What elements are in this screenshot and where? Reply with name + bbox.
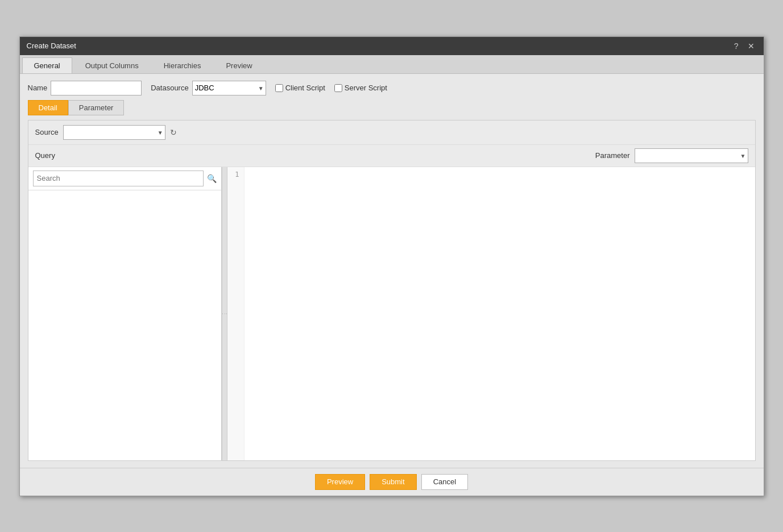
right-panel: 1 <box>227 167 755 460</box>
tab-output-columns[interactable]: Output Columns <box>73 57 151 73</box>
parameter-label: Parameter <box>595 151 630 160</box>
title-bar: Create Dataset ? ✕ <box>20 37 764 55</box>
param-select-wrapper: ▼ <box>635 148 748 163</box>
tab-preview[interactable]: Preview <box>214 57 264 73</box>
line-numbers: 1 <box>227 167 245 460</box>
refresh-icon[interactable]: ↻ <box>170 128 177 137</box>
tab-row: General Output Columns Hierarchies Previ… <box>20 55 764 74</box>
code-editor[interactable] <box>245 167 755 460</box>
tab-hierarchies[interactable]: Hierarchies <box>152 57 213 73</box>
content-area: Name Datasource JDBC REST CSV ▼ Client S… <box>20 74 764 468</box>
search-input[interactable] <box>33 171 204 186</box>
cancel-button[interactable]: Cancel <box>421 474 468 490</box>
sub-tabs: Detail Parameter <box>28 100 756 115</box>
close-button[interactable]: ✕ <box>745 41 757 51</box>
help-button[interactable]: ? <box>732 41 741 51</box>
create-dataset-dialog: Create Dataset ? ✕ General Output Column… <box>19 36 764 496</box>
main-panel: Source ▼ ↻ Query Parameter ▼ <box>28 120 756 461</box>
query-label: Query <box>35 151 58 160</box>
search-icon: 🔍 <box>207 174 217 183</box>
source-select[interactable] <box>63 125 165 140</box>
editor-area: 1 <box>227 167 755 460</box>
server-script-group: Server Script <box>334 84 387 92</box>
name-field-group: Name <box>28 81 142 95</box>
query-row: Query Parameter ▼ <box>28 145 755 167</box>
panel-divider[interactable]: ⋮ <box>222 167 227 460</box>
left-content-area <box>28 190 221 460</box>
footer: Preview Submit Cancel <box>20 468 764 496</box>
line-number-1: 1 <box>232 171 239 178</box>
preview-button[interactable]: Preview <box>315 474 365 490</box>
client-script-checkbox[interactable] <box>275 84 283 92</box>
top-row: Name Datasource JDBC REST CSV ▼ Client S… <box>28 81 756 95</box>
search-box: 🔍 <box>28 167 221 190</box>
server-script-label: Server Script <box>345 84 387 92</box>
left-panel: 🔍 <box>28 167 222 460</box>
sub-tab-detail[interactable]: Detail <box>28 100 68 115</box>
source-row: Source ▼ ↻ <box>28 120 755 145</box>
param-section: Parameter ▼ <box>595 148 748 163</box>
client-script-group: Client Script <box>275 84 325 92</box>
submit-button[interactable]: Submit <box>370 474 416 490</box>
source-label: Source <box>35 128 59 136</box>
name-label: Name <box>28 84 48 92</box>
name-input[interactable] <box>51 81 142 95</box>
sub-tab-parameter[interactable]: Parameter <box>68 100 125 115</box>
source-select-wrapper: ▼ <box>63 125 165 140</box>
datasource-select-wrapper: JDBC REST CSV ▼ <box>192 81 266 95</box>
divider-indicator: ⋮ <box>222 311 227 316</box>
datasource-select[interactable]: JDBC REST CSV <box>192 81 266 95</box>
parameter-select[interactable] <box>635 148 748 163</box>
datasource-field-group: Datasource JDBC REST CSV ▼ <box>151 81 266 95</box>
client-script-label: Client Script <box>285 84 325 92</box>
datasource-label: Datasource <box>151 84 188 92</box>
tab-general[interactable]: General <box>22 57 72 73</box>
server-script-checkbox[interactable] <box>334 84 342 92</box>
title-bar-controls: ? ✕ <box>732 41 757 51</box>
dialog-title: Create Dataset <box>27 41 76 50</box>
split-panel: 🔍 ⋮ 1 <box>28 167 755 460</box>
